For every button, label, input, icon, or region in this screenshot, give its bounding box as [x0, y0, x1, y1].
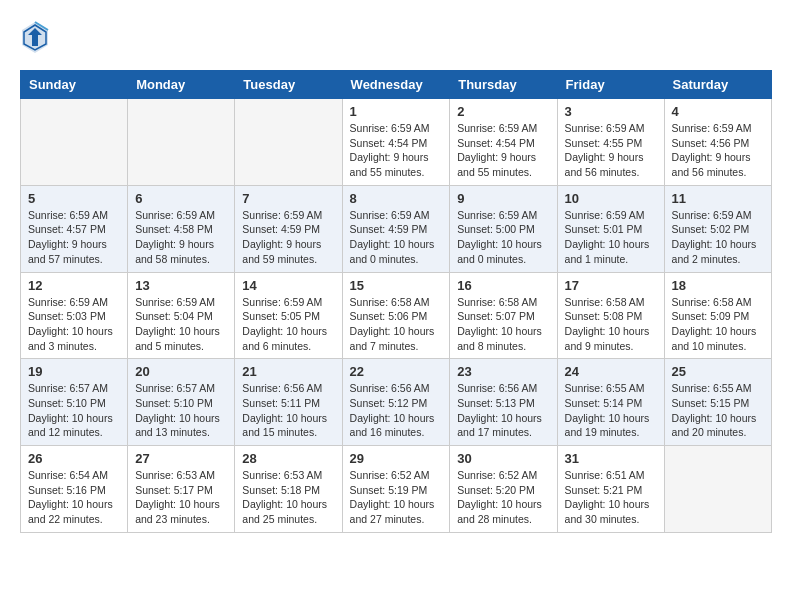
calendar-week-row: 5Sunrise: 6:59 AM Sunset: 4:57 PM Daylig…	[21, 185, 772, 272]
day-number: 30	[457, 451, 549, 466]
calendar-cell	[664, 446, 771, 533]
calendar-cell: 22Sunrise: 6:56 AM Sunset: 5:12 PM Dayli…	[342, 359, 450, 446]
calendar-cell: 9Sunrise: 6:59 AM Sunset: 5:00 PM Daylig…	[450, 185, 557, 272]
day-info: Sunrise: 6:52 AM Sunset: 5:20 PM Dayligh…	[457, 468, 549, 527]
calendar-cell: 10Sunrise: 6:59 AM Sunset: 5:01 PM Dayli…	[557, 185, 664, 272]
calendar-cell: 24Sunrise: 6:55 AM Sunset: 5:14 PM Dayli…	[557, 359, 664, 446]
day-number: 22	[350, 364, 443, 379]
day-info: Sunrise: 6:56 AM Sunset: 5:13 PM Dayligh…	[457, 381, 549, 440]
day-info: Sunrise: 6:59 AM Sunset: 5:04 PM Dayligh…	[135, 295, 227, 354]
day-number: 14	[242, 278, 334, 293]
day-number: 18	[672, 278, 764, 293]
day-number: 2	[457, 104, 549, 119]
calendar-cell: 19Sunrise: 6:57 AM Sunset: 5:10 PM Dayli…	[21, 359, 128, 446]
calendar-cell: 11Sunrise: 6:59 AM Sunset: 5:02 PM Dayli…	[664, 185, 771, 272]
calendar-cell	[235, 99, 342, 186]
day-number: 13	[135, 278, 227, 293]
calendar-cell: 31Sunrise: 6:51 AM Sunset: 5:21 PM Dayli…	[557, 446, 664, 533]
calendar-cell: 1Sunrise: 6:59 AM Sunset: 4:54 PM Daylig…	[342, 99, 450, 186]
day-number: 3	[565, 104, 657, 119]
day-number: 20	[135, 364, 227, 379]
day-info: Sunrise: 6:51 AM Sunset: 5:21 PM Dayligh…	[565, 468, 657, 527]
day-number: 25	[672, 364, 764, 379]
calendar-cell: 5Sunrise: 6:59 AM Sunset: 4:57 PM Daylig…	[21, 185, 128, 272]
calendar-cell: 30Sunrise: 6:52 AM Sunset: 5:20 PM Dayli…	[450, 446, 557, 533]
calendar-cell	[21, 99, 128, 186]
day-number: 27	[135, 451, 227, 466]
day-info: Sunrise: 6:55 AM Sunset: 5:15 PM Dayligh…	[672, 381, 764, 440]
calendar-cell: 27Sunrise: 6:53 AM Sunset: 5:17 PM Dayli…	[128, 446, 235, 533]
calendar-cell: 12Sunrise: 6:59 AM Sunset: 5:03 PM Dayli…	[21, 272, 128, 359]
calendar-cell: 6Sunrise: 6:59 AM Sunset: 4:58 PM Daylig…	[128, 185, 235, 272]
day-info: Sunrise: 6:53 AM Sunset: 5:17 PM Dayligh…	[135, 468, 227, 527]
weekday-header: Monday	[128, 71, 235, 99]
day-number: 16	[457, 278, 549, 293]
day-info: Sunrise: 6:56 AM Sunset: 5:12 PM Dayligh…	[350, 381, 443, 440]
day-number: 7	[242, 191, 334, 206]
day-number: 8	[350, 191, 443, 206]
day-info: Sunrise: 6:59 AM Sunset: 4:59 PM Dayligh…	[242, 208, 334, 267]
day-info: Sunrise: 6:56 AM Sunset: 5:11 PM Dayligh…	[242, 381, 334, 440]
day-info: Sunrise: 6:58 AM Sunset: 5:08 PM Dayligh…	[565, 295, 657, 354]
logo-icon	[20, 20, 50, 55]
day-number: 6	[135, 191, 227, 206]
day-number: 4	[672, 104, 764, 119]
calendar-cell: 23Sunrise: 6:56 AM Sunset: 5:13 PM Dayli…	[450, 359, 557, 446]
day-info: Sunrise: 6:59 AM Sunset: 4:54 PM Dayligh…	[350, 121, 443, 180]
calendar-cell: 26Sunrise: 6:54 AM Sunset: 5:16 PM Dayli…	[21, 446, 128, 533]
day-info: Sunrise: 6:59 AM Sunset: 4:59 PM Dayligh…	[350, 208, 443, 267]
weekday-header: Friday	[557, 71, 664, 99]
day-info: Sunrise: 6:59 AM Sunset: 4:54 PM Dayligh…	[457, 121, 549, 180]
day-info: Sunrise: 6:57 AM Sunset: 5:10 PM Dayligh…	[28, 381, 120, 440]
calendar-cell: 3Sunrise: 6:59 AM Sunset: 4:55 PM Daylig…	[557, 99, 664, 186]
day-info: Sunrise: 6:54 AM Sunset: 5:16 PM Dayligh…	[28, 468, 120, 527]
day-info: Sunrise: 6:59 AM Sunset: 4:57 PM Dayligh…	[28, 208, 120, 267]
calendar-week-row: 19Sunrise: 6:57 AM Sunset: 5:10 PM Dayli…	[21, 359, 772, 446]
day-info: Sunrise: 6:58 AM Sunset: 5:06 PM Dayligh…	[350, 295, 443, 354]
weekday-header: Thursday	[450, 71, 557, 99]
calendar-cell: 20Sunrise: 6:57 AM Sunset: 5:10 PM Dayli…	[128, 359, 235, 446]
day-info: Sunrise: 6:58 AM Sunset: 5:09 PM Dayligh…	[672, 295, 764, 354]
calendar-week-row: 26Sunrise: 6:54 AM Sunset: 5:16 PM Dayli…	[21, 446, 772, 533]
calendar-cell: 16Sunrise: 6:58 AM Sunset: 5:07 PM Dayli…	[450, 272, 557, 359]
day-number: 26	[28, 451, 120, 466]
calendar-cell: 4Sunrise: 6:59 AM Sunset: 4:56 PM Daylig…	[664, 99, 771, 186]
day-info: Sunrise: 6:55 AM Sunset: 5:14 PM Dayligh…	[565, 381, 657, 440]
calendar-cell: 15Sunrise: 6:58 AM Sunset: 5:06 PM Dayli…	[342, 272, 450, 359]
day-info: Sunrise: 6:53 AM Sunset: 5:18 PM Dayligh…	[242, 468, 334, 527]
day-info: Sunrise: 6:57 AM Sunset: 5:10 PM Dayligh…	[135, 381, 227, 440]
calendar-cell: 25Sunrise: 6:55 AM Sunset: 5:15 PM Dayli…	[664, 359, 771, 446]
calendar-cell: 14Sunrise: 6:59 AM Sunset: 5:05 PM Dayli…	[235, 272, 342, 359]
day-info: Sunrise: 6:52 AM Sunset: 5:19 PM Dayligh…	[350, 468, 443, 527]
day-number: 28	[242, 451, 334, 466]
calendar-week-row: 12Sunrise: 6:59 AM Sunset: 5:03 PM Dayli…	[21, 272, 772, 359]
calendar-cell: 21Sunrise: 6:56 AM Sunset: 5:11 PM Dayli…	[235, 359, 342, 446]
day-number: 12	[28, 278, 120, 293]
calendar-cell: 28Sunrise: 6:53 AM Sunset: 5:18 PM Dayli…	[235, 446, 342, 533]
day-number: 5	[28, 191, 120, 206]
page-header	[20, 20, 772, 55]
calendar-header-row: SundayMondayTuesdayWednesdayThursdayFrid…	[21, 71, 772, 99]
day-number: 15	[350, 278, 443, 293]
calendar-cell: 29Sunrise: 6:52 AM Sunset: 5:19 PM Dayli…	[342, 446, 450, 533]
day-info: Sunrise: 6:58 AM Sunset: 5:07 PM Dayligh…	[457, 295, 549, 354]
day-info: Sunrise: 6:59 AM Sunset: 4:55 PM Dayligh…	[565, 121, 657, 180]
day-number: 9	[457, 191, 549, 206]
calendar-cell	[128, 99, 235, 186]
day-number: 24	[565, 364, 657, 379]
day-number: 1	[350, 104, 443, 119]
day-info: Sunrise: 6:59 AM Sunset: 5:02 PM Dayligh…	[672, 208, 764, 267]
day-info: Sunrise: 6:59 AM Sunset: 4:58 PM Dayligh…	[135, 208, 227, 267]
day-number: 31	[565, 451, 657, 466]
day-info: Sunrise: 6:59 AM Sunset: 5:00 PM Dayligh…	[457, 208, 549, 267]
day-number: 10	[565, 191, 657, 206]
calendar-week-row: 1Sunrise: 6:59 AM Sunset: 4:54 PM Daylig…	[21, 99, 772, 186]
day-info: Sunrise: 6:59 AM Sunset: 5:03 PM Dayligh…	[28, 295, 120, 354]
logo	[20, 20, 52, 55]
calendar-cell: 18Sunrise: 6:58 AM Sunset: 5:09 PM Dayli…	[664, 272, 771, 359]
weekday-header: Tuesday	[235, 71, 342, 99]
day-number: 19	[28, 364, 120, 379]
calendar-cell: 17Sunrise: 6:58 AM Sunset: 5:08 PM Dayli…	[557, 272, 664, 359]
day-number: 21	[242, 364, 334, 379]
day-info: Sunrise: 6:59 AM Sunset: 5:05 PM Dayligh…	[242, 295, 334, 354]
